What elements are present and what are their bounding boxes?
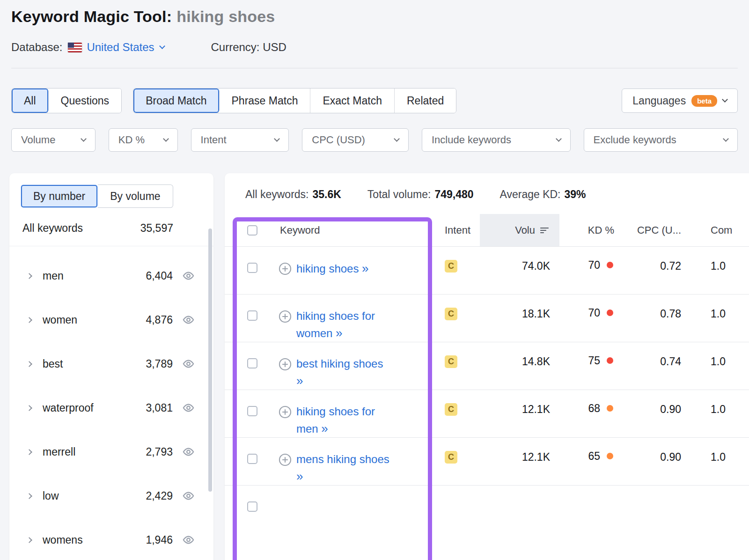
filter-kd[interactable]: KD % — [109, 128, 178, 152]
add-keyword-icon[interactable] — [279, 453, 292, 468]
eye-icon[interactable] — [182, 272, 195, 280]
cpc-value: 0.72 — [623, 247, 688, 294]
database-selector[interactable]: United States — [87, 41, 164, 54]
row-checkbox[interactable] — [247, 263, 257, 273]
kd-value: 68 — [588, 403, 600, 414]
filter-volume[interactable]: Volume — [11, 128, 95, 152]
intent-badge: C — [445, 355, 457, 368]
by-number-toggle[interactable]: By number — [21, 184, 98, 208]
open-keyword-icon[interactable]: » — [336, 326, 343, 340]
keyword-group-row[interactable]: women 4,876 — [9, 298, 213, 342]
cpc-value: 0.74 — [623, 342, 688, 390]
keyword-group-row[interactable]: womens 1,946 — [9, 518, 213, 560]
match-type-tab[interactable]: Related — [395, 88, 456, 113]
com-value: 1.0 — [688, 295, 749, 342]
volume-value: 12.1K — [480, 438, 559, 485]
open-keyword-icon[interactable]: » — [296, 374, 304, 388]
keyword-link[interactable]: best hiking shoes » — [296, 355, 391, 390]
match-group-all-questions: All Questions — [11, 88, 122, 113]
keyword-link[interactable]: hiking shoes for women » — [296, 308, 391, 342]
com-value: 1.0 — [688, 247, 749, 294]
add-keyword-icon[interactable] — [279, 405, 292, 420]
intent-badge: C — [445, 308, 457, 320]
group-count: 1,946 — [146, 534, 173, 546]
filter-exclude-keywords[interactable]: Exclude keywords — [584, 128, 738, 152]
group-label: low — [43, 490, 59, 502]
open-keyword-icon[interactable]: » — [296, 469, 304, 483]
search-query: hiking shoes — [176, 7, 275, 25]
eye-icon[interactable] — [182, 492, 195, 500]
summary-stats: All keywords:35.6K Total volume:749,480 … — [225, 173, 749, 201]
group-label: women — [43, 314, 77, 326]
keyword-link[interactable]: hiking shoes » — [296, 260, 391, 277]
kd-indicator-dot — [607, 357, 613, 364]
match-type-toolbar: All Questions Broad Match Phrase Match E… — [11, 88, 738, 113]
row-checkbox[interactable] — [247, 454, 257, 464]
eye-icon[interactable] — [182, 404, 195, 412]
row-checkbox[interactable] — [247, 406, 257, 416]
kd-value: 65 — [588, 451, 600, 462]
match-type-tab[interactable]: Broad Match — [133, 88, 219, 113]
all-keywords-row[interactable]: All keywords 35,597 — [9, 208, 213, 246]
kd-indicator-dot — [607, 262, 613, 268]
intent-badge: C — [445, 451, 457, 464]
add-keyword-icon[interactable] — [279, 310, 292, 325]
row-checkbox[interactable] — [247, 501, 257, 512]
languages-dropdown[interactable]: Languages beta — [622, 88, 738, 113]
kd-value: 70 — [588, 260, 600, 271]
open-keyword-icon[interactable]: » — [321, 421, 329, 435]
add-keyword-icon[interactable] — [279, 358, 292, 373]
keyword-group-row[interactable]: merrell 2,793 — [9, 430, 213, 474]
com-value: 1.0 — [688, 342, 749, 390]
group-count: 2,793 — [146, 446, 173, 458]
match-type-tab[interactable]: Questions — [49, 88, 122, 113]
languages-label: Languages — [632, 95, 686, 107]
group-count: 3,081 — [146, 402, 173, 414]
sidebar-scrollbar[interactable] — [208, 228, 212, 492]
group-label: merrell — [43, 446, 75, 458]
group-count: 4,876 — [146, 314, 173, 326]
column-header-keyword[interactable]: Keyword — [272, 214, 433, 246]
keyword-link[interactable]: hiking shoes for men » — [296, 403, 391, 437]
cpc-value: 0.78 — [623, 295, 688, 342]
column-header-com[interactable]: Com — [688, 214, 749, 246]
group-label: waterproof — [43, 402, 94, 414]
column-header-kd[interactable]: KD % — [559, 214, 623, 246]
table-header-row: Keyword Intent Volu KD % CPC (U... Com — [225, 214, 749, 247]
chevron-down-icon — [274, 136, 280, 142]
expand-chevron-icon — [26, 449, 32, 455]
keyword-group-row[interactable]: men 6,404 — [9, 254, 213, 298]
match-type-tab[interactable]: Phrase Match — [220, 88, 311, 113]
row-checkbox[interactable] — [247, 310, 257, 321]
keyword-link[interactable]: mens hiking shoes » — [296, 451, 391, 485]
tool-title: Keyword Magic Tool: — [11, 7, 172, 25]
filter-intent[interactable]: Intent — [191, 128, 289, 152]
open-keyword-icon[interactable]: » — [362, 261, 369, 275]
row-checkbox[interactable] — [247, 358, 257, 368]
eye-icon[interactable] — [182, 536, 195, 544]
header-divider — [11, 68, 738, 68]
eye-icon[interactable] — [182, 360, 195, 368]
cpc-value: 0.90 — [623, 438, 688, 485]
eye-icon[interactable] — [182, 316, 195, 324]
eye-icon[interactable] — [182, 448, 195, 456]
keyword-group-row[interactable]: best 3,789 — [9, 342, 213, 386]
filter-include-keywords[interactable]: Include keywords — [422, 128, 571, 152]
stat-average-kd: Average KD:39% — [500, 188, 586, 201]
filter-cpc[interactable]: CPC (USD) — [302, 128, 409, 152]
by-volume-toggle[interactable]: By volume — [98, 184, 173, 208]
keyword-group-row[interactable]: low 2,429 — [9, 474, 213, 518]
add-keyword-icon[interactable] — [279, 262, 292, 277]
keyword-group-row[interactable]: waterproof 3,081 — [9, 386, 213, 430]
column-header-cpc[interactable]: CPC (U... — [623, 214, 688, 246]
match-type-tab[interactable]: All — [12, 88, 49, 113]
filters-toolbar: Volume KD % Intent CPC (USD) Include key… — [11, 128, 738, 152]
results-panel: All keywords:35.6K Total volume:749,480 … — [225, 173, 749, 560]
group-sort-toggle: By number By volume — [21, 184, 213, 208]
select-all-checkbox[interactable] — [247, 225, 257, 236]
kd-value: 70 — [588, 308, 600, 318]
column-header-intent[interactable]: Intent — [433, 214, 480, 246]
volume-value: 74.0K — [480, 247, 559, 294]
column-header-volume[interactable]: Volu — [480, 214, 559, 246]
match-type-tab[interactable]: Exact Match — [310, 88, 395, 113]
